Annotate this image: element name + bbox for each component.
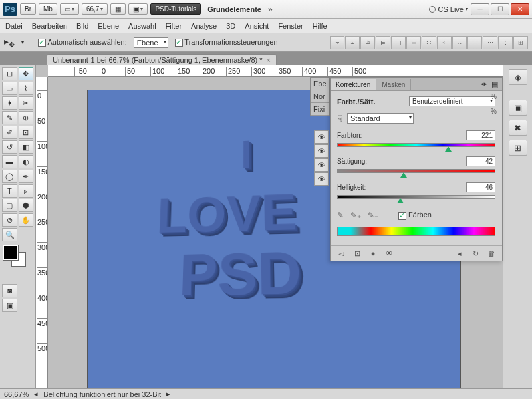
distribute-6-icon[interactable]: ⫶ — [498, 36, 513, 49]
maximize-button[interactable]: ☐ — [491, 3, 509, 15]
quick-select-tool[interactable]: ✶ — [2, 96, 17, 110]
menu-3d[interactable]: 3D — [226, 22, 235, 30]
distribute-2-icon[interactable]: ∻ — [437, 36, 452, 49]
menu-datei[interactable]: Datei — [5, 22, 23, 30]
adjustments-dock-icon[interactable]: ▣ — [509, 100, 527, 116]
distribute-1-icon[interactable]: ∺ — [422, 36, 436, 49]
layer-eye-icon[interactable]: 👁 — [314, 172, 329, 186]
align-right-icon[interactable]: ⫤ — [406, 36, 421, 49]
menu-auswahl[interactable]: Auswahl — [128, 22, 156, 30]
cslive-button[interactable]: CS Live▾ — [429, 5, 468, 13]
auto-select-checkbox[interactable]: Automatisch auswählen: — [38, 38, 127, 47]
align-vcenter-icon[interactable]: ⫠ — [345, 36, 360, 49]
shape-tool[interactable]: ▢ — [2, 199, 17, 212]
auto-select-target-dropdown[interactable]: Ebene — [134, 37, 168, 48]
brush-tool[interactable]: ✐ — [2, 126, 17, 139]
layer-eye-icon[interactable]: 👁 — [314, 144, 329, 158]
close-tab-icon[interactable]: × — [267, 56, 271, 64]
menu-ansicht[interactable]: Ansicht — [245, 22, 269, 30]
align-top-icon[interactable]: ⫟ — [330, 36, 344, 49]
history-dock-icon[interactable]: ⊞ — [509, 140, 527, 156]
transform-controls-checkbox[interactable]: Transformationssteuerungen — [175, 38, 278, 47]
zoom-tool[interactable]: 🔍 — [2, 228, 17, 241]
panel-expand-icon[interactable]: ◂▸ — [481, 80, 487, 89]
healing-tool[interactable]: ⊕ — [19, 111, 34, 124]
hue-value-input[interactable]: 221 — [466, 130, 495, 140]
menu-hilfe[interactable]: Hilfe — [313, 22, 327, 30]
crop-tool[interactable]: ✂ — [19, 96, 34, 110]
menu-bearbeiten[interactable]: Bearbeiten — [32, 22, 67, 30]
hue-slider[interactable] — [337, 143, 495, 150]
gradient-tool[interactable]: ▬ — [2, 155, 17, 168]
preset-dropdown[interactable]: Benutzerdefiniert — [409, 96, 495, 106]
pen-tool[interactable]: ✒ — [19, 170, 34, 183]
panel-menu-icon[interactable]: ▤ — [491, 80, 498, 89]
quickmask-toggle[interactable]: ◙ — [2, 284, 17, 297]
bridge-button[interactable]: Br — [20, 3, 36, 15]
vertical-ruler[interactable]: 050100150200250300350400450500 — [36, 77, 48, 388]
history-brush-tool[interactable]: ↺ — [2, 140, 17, 154]
tab-masken[interactable]: Masken — [376, 79, 411, 90]
menu-filter[interactable]: Filter — [166, 22, 182, 30]
menu-fenster[interactable]: Fenster — [278, 22, 303, 30]
minimize-button[interactable]: ─ — [471, 3, 489, 15]
expand-view-icon[interactable]: ⊡ — [352, 249, 362, 258]
colorize-checkbox[interactable]: Färben — [398, 211, 432, 219]
menu-ebene[interactable]: Ebene — [98, 22, 119, 30]
status-zoom[interactable]: 66,67% — [4, 390, 29, 398]
delete-adjustment-icon[interactable]: 🗑 — [486, 249, 497, 258]
clipped-blend-mode[interactable]: Nor — [311, 90, 329, 103]
layers-dock-icon[interactable]: ◈ — [509, 69, 527, 85]
zoom-level-dropdown[interactable]: 66,7 — [82, 3, 108, 15]
workspace-tutorials-tab[interactable]: PSD-Tutorials — [150, 3, 201, 15]
move-tool[interactable]: ✥ — [19, 67, 34, 80]
blur-tool[interactable]: ◐ — [19, 155, 34, 168]
toggle-visibility-icon[interactable]: 👁 — [384, 249, 394, 258]
path-select-tool[interactable]: ▹ — [19, 184, 34, 198]
eyedropper-icon[interactable]: ✎ — [337, 211, 344, 220]
hand-icon[interactable]: ☟ — [337, 113, 343, 124]
marquee-tool[interactable]: ▭ — [2, 82, 17, 95]
eyedropper-subtract-icon[interactable]: ✎₋ — [368, 211, 378, 220]
reset-icon[interactable]: ↻ — [470, 249, 481, 258]
more-workspaces-icon[interactable]: » — [268, 5, 273, 14]
align-hcenter-icon[interactable]: ⫣ — [391, 36, 406, 49]
status-nav-left-icon[interactable]: ◂ — [34, 390, 38, 398]
distribute-4-icon[interactable]: ⋮ — [467, 36, 482, 49]
clipped-tab-ebenen[interactable]: Ebe — [311, 78, 329, 90]
hand-tool[interactable]: ✋ — [19, 213, 34, 227]
color-swatches[interactable] — [2, 245, 33, 271]
horizontal-ruler[interactable]: -50050100150200250300350400450500 — [48, 65, 503, 77]
layer-eye-icon[interactable]: 👁 — [314, 158, 329, 172]
3d-camera-tool[interactable]: ⊚ — [2, 213, 17, 227]
close-button[interactable]: ✕ — [511, 3, 529, 15]
distribute-3-icon[interactable]: ∷ — [452, 36, 467, 49]
saturation-slider[interactable] — [337, 169, 495, 176]
align-left-icon[interactable]: ⫢ — [376, 36, 390, 49]
screen-mode-dropdown[interactable]: ▭ — [60, 3, 79, 15]
eraser-tool[interactable]: ◧ — [19, 140, 34, 154]
tab-korrekturen[interactable]: Korrekturen — [331, 79, 376, 90]
lasso-tool[interactable]: ⌇ — [19, 82, 34, 95]
return-to-list-icon[interactable]: ◅ — [336, 249, 346, 258]
tools-dock-icon[interactable]: ✖ — [509, 120, 527, 136]
foreground-color-swatch[interactable] — [3, 245, 18, 260]
stamp-tool[interactable]: ⊡ — [19, 126, 34, 139]
layer-eye-icon[interactable]: 👁 — [314, 130, 329, 144]
previous-state-icon[interactable]: ◂ — [454, 249, 465, 258]
lightness-value-input[interactable]: -46 — [466, 182, 495, 192]
channel-dropdown[interactable]: Standard — [347, 113, 414, 124]
dodge-tool[interactable]: ◯ — [2, 170, 17, 183]
eyedropper-add-icon[interactable]: ✎₊ — [350, 211, 361, 220]
screenmode-toggle[interactable]: ▣ — [2, 299, 17, 312]
arrange-docs-dropdown[interactable]: ▣ — [128, 3, 148, 15]
document-tab[interactable]: Unbenannt-1 bei 66,7% (Farbton/Sättigung… — [47, 54, 277, 65]
auto-align-icon[interactable]: ⊞ — [513, 36, 528, 49]
clip-to-layer-icon[interactable]: ● — [368, 249, 378, 258]
align-bottom-icon[interactable]: ⫡ — [360, 36, 375, 49]
saturation-value-input[interactable]: 42 — [466, 156, 495, 166]
collapse-toolbox-icon[interactable]: ⊟ — [2, 67, 17, 80]
menu-bild[interactable]: Bild — [76, 22, 88, 30]
workspace-name[interactable]: Grundelemente — [203, 4, 265, 15]
minibridge-button[interactable]: Mb — [39, 3, 57, 15]
